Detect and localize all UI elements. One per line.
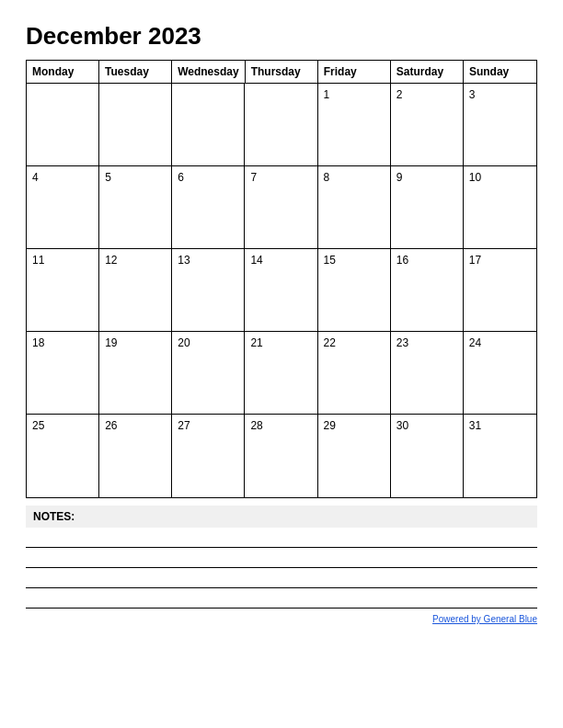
calendar-header: MondayTuesdayWednesdayThursdayFridaySatu… xyxy=(27,61,536,84)
calendar-cell: 21 xyxy=(245,332,317,415)
day-number: 23 xyxy=(396,336,408,349)
calendar-cell: 1 xyxy=(318,84,391,166)
calendar-cell: 14 xyxy=(245,249,317,332)
calendar-wrapper: MondayTuesdayWednesdayThursdayFridaySatu… xyxy=(26,60,537,498)
calendar-cell: 13 xyxy=(172,249,245,332)
day-number: 6 xyxy=(178,171,184,184)
day-number: 5 xyxy=(105,171,111,184)
calendar-cell xyxy=(99,84,172,166)
day-number: 31 xyxy=(469,419,481,432)
day-number: 10 xyxy=(469,171,481,184)
calendar-cell: 29 xyxy=(318,415,391,497)
day-number: 4 xyxy=(32,171,39,184)
day-number: 28 xyxy=(250,419,262,432)
calendar-cell: 24 xyxy=(464,332,536,415)
day-number: 17 xyxy=(469,254,481,267)
day-number: 1 xyxy=(324,88,330,101)
calendar-cell: 2 xyxy=(391,84,464,166)
day-number: 15 xyxy=(324,254,336,267)
powered-by: Powered by General Blue xyxy=(26,614,537,624)
calendar-body: 1234567891011121314151617181920212223242… xyxy=(27,84,536,497)
calendar-cell: 12 xyxy=(99,249,172,332)
calendar-header-cell-monday: Monday xyxy=(27,61,99,83)
calendar-cell: 25 xyxy=(27,415,99,497)
calendar-cell: 23 xyxy=(391,332,464,415)
day-number: 8 xyxy=(324,171,330,184)
day-number: 22 xyxy=(324,336,336,349)
calendar-header-cell-saturday: Saturday xyxy=(391,61,464,83)
calendar-cell: 7 xyxy=(245,166,317,249)
day-number: 2 xyxy=(396,88,403,101)
calendar-header-cell-tuesday: Tuesday xyxy=(99,61,172,83)
page-title: December 2023 xyxy=(26,22,537,51)
calendar-cell: 18 xyxy=(27,332,99,415)
day-number: 27 xyxy=(178,419,190,432)
day-number: 11 xyxy=(32,254,44,267)
day-number: 14 xyxy=(250,254,262,267)
calendar-cell: 27 xyxy=(172,415,245,497)
calendar-cell xyxy=(245,84,317,166)
calendar-cell: 11 xyxy=(27,249,99,332)
day-number: 7 xyxy=(250,171,257,184)
day-number: 26 xyxy=(105,419,117,432)
day-number: 16 xyxy=(396,254,408,267)
calendar-header-cell-sunday: Sunday xyxy=(464,61,536,83)
calendar-cell: 16 xyxy=(391,249,464,332)
calendar-header-cell-thursday: Thursday xyxy=(246,61,318,83)
notes-line-3 xyxy=(26,568,537,588)
day-number: 24 xyxy=(469,336,481,349)
calendar-cell: 4 xyxy=(27,166,99,249)
calendar-cell xyxy=(27,84,99,166)
calendar-cell: 22 xyxy=(318,332,391,415)
calendar-header-cell-wednesday: Wednesday xyxy=(172,61,245,83)
notes-line-1 xyxy=(26,528,537,548)
notes-section: NOTES: xyxy=(26,506,537,609)
day-number: 12 xyxy=(105,254,117,267)
day-number: 30 xyxy=(396,419,408,432)
calendar-cell: 28 xyxy=(245,415,317,497)
calendar-cell xyxy=(172,84,245,166)
calendar-cell: 3 xyxy=(464,84,536,166)
day-number: 21 xyxy=(250,336,262,349)
day-number: 18 xyxy=(32,336,44,349)
day-number: 9 xyxy=(396,171,403,184)
powered-by-link[interactable]: Powered by General Blue xyxy=(432,614,537,624)
calendar-cell: 8 xyxy=(318,166,391,249)
day-number: 13 xyxy=(178,254,190,267)
calendar-cell: 19 xyxy=(99,332,172,415)
calendar-cell: 26 xyxy=(99,415,172,497)
calendar-cell: 5 xyxy=(99,166,172,249)
calendar-cell: 31 xyxy=(464,415,536,497)
calendar-header-cell-friday: Friday xyxy=(318,61,391,83)
day-number: 29 xyxy=(324,419,336,432)
notes-label: NOTES: xyxy=(26,506,537,528)
day-number: 25 xyxy=(32,419,44,432)
day-number: 19 xyxy=(105,336,117,349)
calendar-cell: 17 xyxy=(464,249,536,332)
calendar-cell: 30 xyxy=(391,415,464,497)
calendar-cell: 20 xyxy=(172,332,245,415)
day-number: 20 xyxy=(178,336,190,349)
notes-line-2 xyxy=(26,548,537,568)
calendar-cell: 6 xyxy=(172,166,245,249)
calendar-cell: 9 xyxy=(391,166,464,249)
day-number: 3 xyxy=(469,88,476,101)
calendar-cell: 15 xyxy=(318,249,391,332)
calendar-cell: 10 xyxy=(464,166,536,249)
notes-line-4 xyxy=(26,588,537,609)
